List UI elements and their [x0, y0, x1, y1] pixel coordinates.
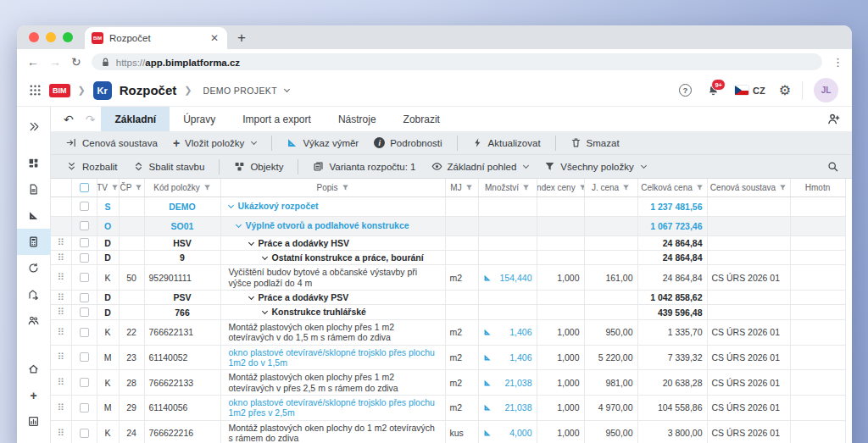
filter-icon[interactable] — [522, 184, 530, 191]
column-header-tv[interactable]: TV — [97, 179, 119, 197]
insert-items-button[interactable]: +Vložit položky — [166, 134, 264, 152]
view-select[interactable]: Základní pohled — [425, 158, 537, 175]
drag-handle-icon[interactable]: ⠿ — [55, 293, 67, 302]
table-row-766622133[interactable]: ⠿K28766622133Montáž plastových oken ploc… — [51, 370, 845, 396]
filter-icon[interactable] — [696, 184, 704, 191]
new-tab-button[interactable]: + — [237, 30, 246, 49]
drag-handle-cell[interactable]: ⠿ — [51, 265, 71, 291]
details-button[interactable]: iPodrobnosti — [367, 134, 448, 152]
objects-button[interactable]: Objekty — [227, 158, 290, 175]
column-header-price_system[interactable]: Cenová soustava — [707, 179, 790, 197]
column-header-total[interactable]: Celková cena — [637, 179, 707, 197]
collapse-building-button[interactable]: Sbalit stavbu — [126, 158, 212, 175]
help-button[interactable]: ? — [679, 84, 692, 97]
column-header-desc[interactable]: Popis — [220, 179, 445, 197]
drag-handle-cell[interactable]: ⠿ — [51, 235, 71, 250]
filter-icon[interactable] — [111, 184, 119, 191]
row-checkbox[interactable] — [71, 197, 97, 216]
row-checkbox[interactable] — [71, 370, 97, 396]
cell-qty[interactable]: 21,038 — [478, 396, 537, 421]
cell-qty[interactable]: 4,000 — [478, 420, 537, 443]
sidebar-expand[interactable] — [17, 114, 51, 140]
column-header-unit_price[interactable]: J. cena — [584, 179, 637, 197]
cell-qty[interactable]: 21,038 — [478, 370, 537, 396]
drag-handle-cell[interactable]: ⠿ — [51, 420, 71, 443]
settings-button[interactable]: ⚙ — [779, 82, 791, 98]
bill-of-quantities-button[interactable]: Výkaz výměr — [280, 134, 365, 152]
expand-caret-icon[interactable] — [248, 239, 253, 245]
filter-icon[interactable] — [465, 184, 473, 191]
column-header-cp[interactable]: ČP — [119, 179, 144, 197]
table-row-952901111[interactable]: ⠿K50952901111Vyčištění budov bytové a ob… — [51, 265, 845, 291]
table-row-9[interactable]: ⠿D9Ostatní konstrukce a práce, bourání24… — [51, 250, 845, 264]
cell-code[interactable]: SO01 — [144, 216, 220, 235]
qty-value[interactable]: 1,406 — [509, 352, 531, 363]
column-header-mj[interactable]: MJ — [445, 179, 478, 197]
drag-handle-cell[interactable]: ⠿ — [51, 250, 71, 264]
menu-tab-pravy[interactable]: Úpravy — [170, 107, 229, 131]
drag-handle-icon[interactable]: ⠿ — [55, 352, 67, 362]
filter-icon[interactable] — [622, 184, 630, 191]
cell-desc[interactable]: okno plastové otevíravé/sklopné trojsklo… — [220, 396, 445, 421]
project-selector[interactable]: DEMO PROJEKT — [203, 86, 290, 96]
bim-logo[interactable]: BIM — [49, 84, 70, 97]
row-checkbox[interactable] — [71, 396, 97, 421]
drag-handle-icon[interactable]: ⠿ — [55, 403, 67, 413]
address-bar[interactable]: https://app.bimplatforma.cz — [92, 53, 822, 70]
filter-icon[interactable] — [579, 184, 584, 191]
drag-handle-icon[interactable]: ⠿ — [55, 328, 67, 337]
update-button[interactable]: Aktualizovat — [465, 134, 548, 152]
items-filter-select[interactable]: Všechny položky — [537, 158, 653, 175]
cell-desc[interactable]: Konstrukce truhlářské — [220, 305, 445, 319]
price-system-button[interactable]: Cenová soustava — [59, 134, 164, 152]
expand-caret-icon[interactable] — [261, 254, 267, 260]
table-row-DEMO[interactable]: SDEMOUkázkový rozpočet1 237 481,56 — [51, 197, 845, 216]
cell-desc[interactable]: Ukázkový rozpočet — [220, 197, 445, 216]
row-checkbox[interactable] — [71, 250, 97, 264]
minimize-window-button[interactable] — [46, 32, 56, 42]
expand-caret-icon[interactable] — [235, 222, 241, 228]
sidebar-bill-of-quantities[interactable] — [17, 202, 51, 229]
user-avatar[interactable]: JL — [814, 78, 838, 102]
column-header-index[interactable]: Index ceny — [537, 179, 584, 197]
qty-value[interactable]: 154,440 — [500, 273, 532, 283]
sidebar-documents[interactable] — [17, 176, 51, 202]
sidebar-sync[interactable] — [17, 255, 51, 281]
drag-handle-icon[interactable]: ⠿ — [55, 429, 67, 438]
notifications-button[interactable]: 9+ — [707, 84, 720, 97]
drag-handle-icon[interactable]: ⠿ — [55, 253, 67, 263]
cell-code[interactable]: DEMO — [144, 197, 220, 216]
filter-icon[interactable] — [135, 184, 142, 191]
language-selector[interactable]: CZ — [735, 86, 765, 96]
menu-tab-n-stroje[interactable]: Nástroje — [325, 107, 390, 131]
cell-qty[interactable]: 154,440 — [478, 265, 537, 291]
filter-icon[interactable] — [779, 184, 787, 191]
menu-tab-zobrazit[interactable]: Zobrazit — [390, 107, 453, 131]
delete-button[interactable]: Smazat — [564, 134, 626, 152]
menu-tab-z-kladn[interactable]: Základní — [101, 107, 170, 131]
column-header-qty[interactable]: Množství — [478, 179, 537, 197]
undo-icon[interactable]: ↶ — [58, 113, 80, 126]
qty-value[interactable]: 4,000 — [509, 428, 531, 438]
search-icon[interactable] — [827, 161, 838, 172]
filter-icon[interactable] — [342, 184, 349, 191]
sidebar-building[interactable] — [17, 281, 51, 307]
drag-handle-cell[interactable]: ⠿ — [51, 345, 71, 370]
row-checkbox[interactable] — [71, 319, 97, 345]
table-row-SO01[interactable]: OSO01Výplně otvorů a podlahové konstrukc… — [51, 216, 845, 235]
row-checkbox[interactable] — [71, 265, 97, 291]
kros-logo[interactable]: Kr — [93, 81, 112, 100]
table-row-61140056[interactable]: ⠿M2961140056okno plastové otevíravé/sklo… — [51, 396, 845, 421]
row-checkbox[interactable] — [71, 291, 97, 305]
drag-handle-icon[interactable]: ⠿ — [55, 273, 67, 282]
expand-caret-icon[interactable] — [248, 294, 253, 300]
sidebar-reports[interactable] — [17, 408, 51, 435]
back-icon[interactable]: ← — [27, 55, 39, 69]
browser-menu-icon[interactable]: ⋮ — [832, 56, 843, 69]
tab-close-icon[interactable]: ✕ — [209, 32, 220, 44]
expand-all-button[interactable]: Rozbalit — [59, 158, 125, 175]
sidebar-home[interactable] — [17, 356, 51, 382]
drag-handle-cell[interactable]: ⠿ — [51, 370, 71, 396]
table-row-PSV[interactable]: ⠿DPSVPráce a dodávky PSV1 042 858,62 — [51, 291, 845, 305]
cell-desc[interactable]: Ostatní konstrukce a práce, bourání — [220, 250, 445, 264]
